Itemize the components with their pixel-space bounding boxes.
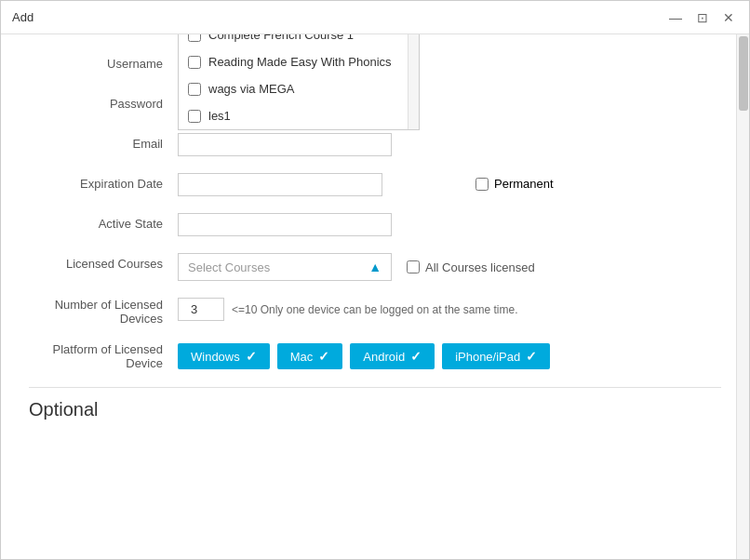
- maximize-button[interactable]: ⊡: [693, 9, 712, 26]
- password-label: Password: [29, 93, 178, 111]
- dropdown-list-scroll-area: 1.Sınıf 3dsmax test PDF-file-test Excel: [179, 34, 419, 129]
- num-devices-field-area: <=10 Only one device can be logged on at…: [178, 298, 721, 321]
- dropdown-items-container: 1.Sınıf 3dsmax test PDF-file-test Excel: [179, 34, 408, 129]
- email-label: Email: [29, 133, 178, 151]
- windows-check-icon: ✓: [246, 349, 257, 364]
- dropdown-item-7[interactable]: wags via MEGA: [179, 75, 408, 102]
- mac-platform-button[interactable]: Mac ✓: [277, 343, 343, 369]
- dropdown-list: 1.Sınıf 3dsmax test PDF-file-test Excel: [178, 34, 420, 130]
- ipad-platform-button[interactable]: iPhone/iPad ✓: [442, 343, 550, 369]
- dropdown-checkbox-8[interactable]: [188, 110, 201, 123]
- mac-check-icon: ✓: [318, 349, 329, 364]
- dropdown-checkbox-6[interactable]: [188, 56, 201, 69]
- expiration-field-area: 1.Sınıf 3dsmax test PDF-file-test Excel: [178, 173, 721, 196]
- courses-dropdown-open: 1.Sınıf 3dsmax test PDF-file-test Excel: [178, 173, 420, 196]
- permanent-group: Permanent: [475, 177, 554, 191]
- email-field-area: [178, 133, 721, 156]
- all-courses-label: All Courses licensed: [425, 260, 535, 274]
- main-window: Add — ⊡ ✕ Username Password Email: [0, 0, 750, 560]
- optional-title: Optional: [29, 399, 99, 420]
- dropdown-checkbox-5[interactable]: [188, 34, 201, 42]
- windows-label: Windows: [191, 350, 240, 364]
- num-devices-row: Number of LicensedDevices <=10 Only one …: [29, 298, 721, 326]
- platforms-group: Windows ✓ Mac ✓ Android ✓ iPhone/iPad ✓: [178, 343, 550, 369]
- dropdown-checkbox-7[interactable]: [188, 83, 201, 96]
- ipad-label: iPhone/iPad: [455, 350, 520, 364]
- num-devices-hint: <=10 Only one device can be logged on at…: [232, 303, 518, 316]
- android-label: Android: [363, 350, 405, 364]
- window-title: Add: [12, 10, 33, 24]
- select-courses-dropdown[interactable]: Select Courses ▲: [178, 253, 392, 281]
- all-courses-checkbox[interactable]: [407, 260, 420, 273]
- dropdown-item-5[interactable]: Complete French Course 1: [179, 34, 408, 48]
- licensed-courses-row: Licensed Courses Select Courses ▲ All Co…: [29, 253, 721, 281]
- android-check-icon: ✓: [410, 349, 422, 364]
- windows-platform-button[interactable]: Windows ✓: [178, 343, 270, 369]
- all-courses-checkbox-label[interactable]: All Courses licensed: [407, 260, 535, 274]
- permanent-label: Permanent: [494, 177, 554, 191]
- scrollbar-thumb: [739, 36, 748, 111]
- expiration-date-input[interactable]: [178, 173, 382, 196]
- licensed-courses-group: Select Courses ▲ All Courses licensed: [178, 253, 721, 281]
- select-courses-placeholder: Select Courses: [188, 260, 270, 274]
- username-label: Username: [29, 53, 178, 71]
- licensed-courses-field-area: Select Courses ▲ All Courses licensed: [178, 253, 721, 281]
- num-devices-label: Number of LicensedDevices: [29, 298, 178, 326]
- main-scrollbar[interactable]: [736, 34, 749, 559]
- minimize-button[interactable]: —: [665, 9, 686, 26]
- num-devices-group: <=10 Only one device can be logged on at…: [178, 298, 721, 321]
- email-input[interactable]: [178, 133, 392, 156]
- active-state-label: Active State: [29, 213, 178, 231]
- dropdown-item-8[interactable]: les1: [179, 102, 408, 129]
- active-state-field-area: [178, 213, 721, 236]
- optional-section: Optional: [29, 387, 721, 420]
- expiration-label: Expiration Date: [29, 173, 178, 191]
- active-state-row: Active State: [29, 213, 721, 236]
- title-bar-controls: — ⊡ ✕: [665, 9, 738, 26]
- active-state-input[interactable]: [178, 213, 392, 236]
- dropdown-scrollbar[interactable]: [408, 34, 419, 129]
- platform-row: Platform of Licensed Device Windows ✓ Ma…: [29, 342, 721, 370]
- close-button[interactable]: ✕: [719, 9, 738, 26]
- expiration-row: Expiration Date 1.Sınıf 3dsmax test: [29, 173, 721, 196]
- dropdown-arrow-icon: ▲: [368, 260, 382, 274]
- num-devices-input[interactable]: [178, 298, 224, 321]
- ipad-check-icon: ✓: [526, 349, 537, 364]
- permanent-checkbox[interactable]: [475, 178, 489, 191]
- dropdown-item-6[interactable]: Reading Made Easy With Phonics: [179, 48, 408, 75]
- form-content: Username Password Email Expiration Date: [1, 34, 749, 559]
- android-platform-button[interactable]: Android ✓: [350, 343, 435, 369]
- licensed-courses-label: Licensed Courses: [29, 253, 178, 271]
- mac-label: Mac: [290, 350, 314, 364]
- platform-label: Platform of Licensed Device: [29, 342, 178, 370]
- title-bar: Add — ⊡ ✕: [1, 1, 749, 34]
- email-row: Email: [29, 133, 721, 156]
